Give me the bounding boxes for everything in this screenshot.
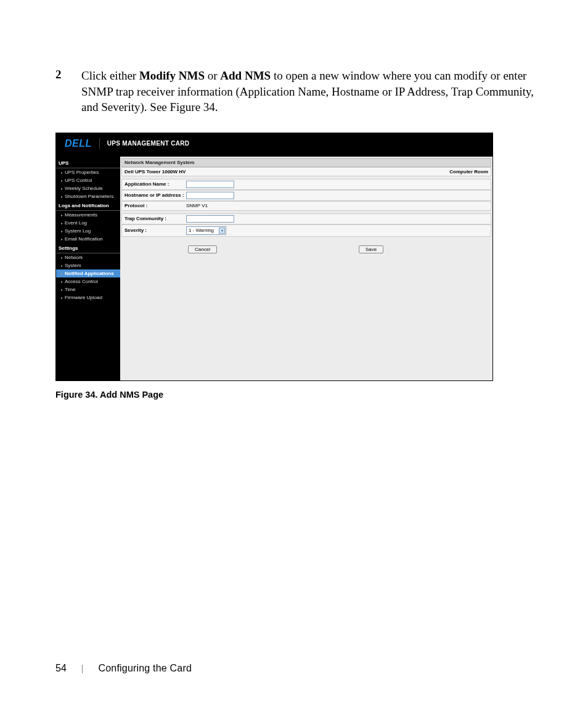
step-bold-2: Add NMS bbox=[220, 69, 271, 82]
row-trap-community: Trap Community : bbox=[121, 213, 491, 224]
label-protocol: Protocol : bbox=[125, 203, 186, 208]
nav-firmware-upload[interactable]: Firmware Upload bbox=[56, 293, 120, 302]
step-2: 2 Click either Modify NMS or Add NMS to … bbox=[55, 68, 551, 115]
footer-section-title: Configuring the Card bbox=[98, 663, 192, 674]
nav-ups-properties[interactable]: UPS Properties bbox=[56, 168, 120, 176]
step-mid: or bbox=[205, 69, 220, 82]
select-severity[interactable]: 1 - Warning ▾ bbox=[186, 226, 226, 235]
label-hostname: Hostname or IP address : bbox=[125, 192, 186, 198]
screenshot-header: DELL UPS MANAGEMENT CARD bbox=[56, 133, 492, 157]
step-pre: Click either bbox=[81, 69, 139, 82]
figure-caption: Figure 34. Add NMS Page bbox=[55, 390, 551, 400]
label-severity: Severity : bbox=[125, 228, 186, 233]
nav-email-notification[interactable]: Email Notification bbox=[56, 235, 120, 243]
nav-time[interactable]: Time bbox=[56, 285, 120, 293]
row-application-name: Application Name : bbox=[121, 179, 491, 190]
label-application-name: Application Name : bbox=[125, 181, 186, 187]
page-footer: 54 | Configuring the Card bbox=[55, 663, 192, 674]
nav-system-log[interactable]: System Log bbox=[56, 227, 120, 235]
nav-network[interactable]: Network bbox=[56, 253, 120, 261]
dell-logo: DELL bbox=[65, 138, 100, 149]
save-button[interactable]: Save bbox=[359, 245, 383, 253]
input-trap-community[interactable] bbox=[186, 215, 234, 223]
section-title: Network Management System bbox=[121, 158, 491, 167]
select-severity-value: 1 - Warning bbox=[189, 228, 214, 233]
screenshot-frame: DELL UPS MANAGEMENT CARD UPS UPS Propert… bbox=[55, 133, 493, 381]
nav-access-control[interactable]: Access Control bbox=[56, 277, 120, 285]
chevron-down-icon: ▾ bbox=[219, 228, 225, 234]
nav-heading-logs: Logs and Notification bbox=[56, 200, 120, 211]
page-number: 54 bbox=[55, 663, 67, 674]
input-hostname[interactable] bbox=[186, 192, 234, 199]
nav-event-log[interactable]: Event Log bbox=[56, 219, 120, 227]
nav-shutdown-parameters[interactable]: Shutdown Parameters bbox=[56, 192, 120, 200]
product-title: UPS MANAGEMENT CARD bbox=[107, 140, 189, 147]
step-bold-1: Modify NMS bbox=[139, 69, 205, 82]
nav-system[interactable]: System bbox=[56, 261, 120, 269]
row-protocol: Protocol : SNMP V1 bbox=[121, 201, 491, 211]
nav-weekly-schedule[interactable]: Weekly Schedule bbox=[56, 184, 120, 192]
nav-ups-control[interactable]: UPS Control bbox=[56, 176, 120, 184]
button-row: Cancel Save bbox=[120, 237, 492, 257]
room-label: Computer Room bbox=[449, 169, 488, 174]
device-name: Dell UPS Tower 1000W HV bbox=[125, 169, 186, 174]
row-hostname: Hostname or IP address : bbox=[121, 190, 491, 201]
row-severity: Severity : 1 - Warning ▾ bbox=[121, 224, 491, 237]
step-number: 2 bbox=[55, 68, 81, 115]
nav-heading-ups: UPS bbox=[56, 158, 120, 168]
sidebar: UPS UPS Properties UPS Control Weekly Sc… bbox=[56, 157, 120, 380]
value-protocol: SNMP V1 bbox=[186, 203, 208, 208]
footer-separator: | bbox=[81, 663, 84, 673]
content-pane: Network Management System Dell UPS Tower… bbox=[120, 157, 492, 380]
nav-notified-applications[interactable]: Notified Applications bbox=[56, 269, 120, 277]
nav-measurements[interactable]: Measurements bbox=[56, 211, 120, 219]
nav-heading-settings: Settings bbox=[56, 243, 120, 253]
cancel-button[interactable]: Cancel bbox=[188, 245, 217, 253]
input-application-name[interactable] bbox=[186, 181, 234, 188]
device-bar: Dell UPS Tower 1000W HV Computer Room bbox=[121, 167, 491, 176]
step-text: Click either Modify NMS or Add NMS to op… bbox=[81, 68, 551, 115]
label-trap-community: Trap Community : bbox=[125, 216, 186, 221]
